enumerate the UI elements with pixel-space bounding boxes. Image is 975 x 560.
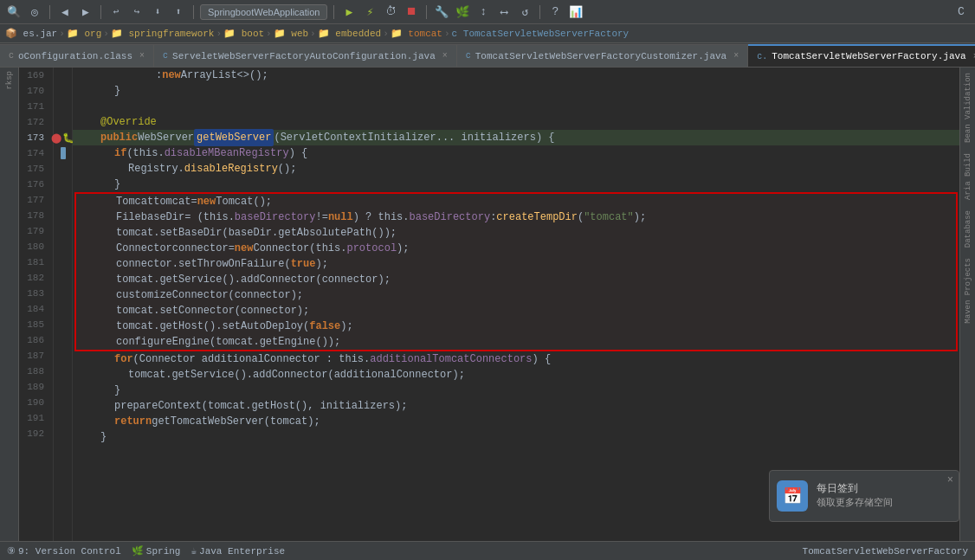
notification-icon: 📅: [777, 480, 808, 512]
toolbar-forward[interactable]: ▶: [77, 3, 94, 21]
tab-servlet[interactable]: c ServeletWebServerFactoryAutoConfigurat…: [154, 44, 457, 67]
code-line-188: tomcat.getService().addConnector(additio…: [73, 367, 959, 383]
notification-close[interactable]: ×: [947, 474, 953, 486]
code-line-178: File baseDir = (this.baseDirectory != nu…: [76, 209, 956, 225]
status-version-control[interactable]: ⑨ 9: Version Control: [7, 545, 121, 557]
red-box-selection: Tomcat tomcat = new Tomcat(); File baseD…: [74, 192, 958, 351]
breadcrumb-org[interactable]: 📁 org: [67, 28, 101, 39]
breadcrumb-springframework[interactable]: 📁 springframework: [111, 28, 215, 39]
code-line-170: }: [73, 83, 959, 99]
toolbar-icon-metrics[interactable]: 📊: [567, 3, 584, 21]
notification-title: 每日签到: [817, 482, 893, 497]
breadcrumb-tomcat[interactable]: 📁 tomcat: [391, 28, 442, 39]
java-icon: ☕: [190, 545, 197, 557]
toolbar-icon-redo[interactable]: ↪: [128, 3, 145, 21]
status-bar: ⑨ 9: Version Control 🌿 Spring ☕ Java Ent…: [0, 541, 975, 560]
toolbar-icon-profile[interactable]: ⏱: [382, 3, 399, 21]
code-line-174: if (this.disableMBeanRegistry) {: [73, 145, 959, 161]
code-line-169: : new ArrayList<>();: [73, 68, 959, 83]
aria-build-label[interactable]: Aria Build: [962, 148, 974, 205]
tab-close-servlet[interactable]: ×: [442, 51, 448, 61]
code-line-179: tomcat.setBaseDir(baseDir.getAbsolutePat…: [76, 225, 956, 241]
toolbar-icon-git2[interactable]: ↕: [475, 3, 492, 21]
tab-customizer[interactable]: c TomcatServletWebServerFactoryCustomize…: [457, 44, 748, 67]
code-line-181: connector.setThrowOnFailure(true);: [76, 256, 956, 272]
bean-validation-label[interactable]: Bean Validation: [962, 68, 974, 148]
code-line-176: }: [73, 177, 959, 192]
toolbar-icon-settings[interactable]: C: [952, 3, 970, 21]
toolbar-icon-down[interactable]: ⬇: [149, 3, 166, 21]
code-line-184: tomcat.setConnector(connector);: [76, 303, 956, 319]
code-line-180: Connector connector = new Connector(this…: [76, 241, 956, 256]
maven-projects-label[interactable]: Maven Projects: [962, 253, 974, 329]
code-line-183: customizeConnector(connector);: [76, 287, 956, 303]
toolbar-icon-help[interactable]: ?: [546, 3, 564, 21]
method-highlight-getwebserver: getWebServer: [194, 129, 274, 146]
breadcrumb: 📦 es.jar › 📁 org › 📁 springframework › 📁…: [0, 24, 975, 43]
notification-popup: 📅 每日签到 领取更多存储空间 ×: [769, 470, 959, 522]
code-line-190: prepareContext(tomcat.getHost(), initial…: [73, 398, 959, 414]
tab-close-customizer[interactable]: ×: [733, 51, 739, 61]
code-line-185: tomcat.getHost().setAutoDeploy(false);: [76, 319, 956, 334]
toolbar-back[interactable]: ◀: [56, 3, 74, 21]
toolbar-icon-debug[interactable]: ⚡: [361, 3, 378, 21]
code-line-187: for (Connector additionalConnector : thi…: [73, 351, 959, 367]
toolbar-icon-stop[interactable]: ⏹: [403, 3, 420, 21]
side-icons: rksp: [0, 68, 19, 541]
breadcrumb-jar[interactable]: 📦 es.jar: [5, 28, 57, 39]
breadcrumb-class[interactable]: c TomcatServletWebServerFactory: [452, 29, 630, 39]
side-icon-label: rksp: [5, 71, 14, 90]
toolbar-icon-search[interactable]: 🔍: [5, 3, 23, 21]
code-line-172: @Override: [73, 114, 959, 130]
toolbar-icon-build[interactable]: ▶: [340, 3, 358, 21]
code-line-173: public WebServer getWebServer (ServletCo…: [73, 130, 959, 145]
tab-icon-customizer: c: [466, 51, 471, 61]
status-java-enterprise[interactable]: ☕ Java Enterprise: [190, 545, 285, 557]
code-line-186: configureEngine(tomcat.getEngine());: [76, 334, 956, 350]
code-line-191: return getTomcatWebServer(tomcat);: [73, 414, 959, 429]
tab-icon-tomcat: c.: [757, 52, 767, 61]
code-line-182: tomcat.getService().addConnector(connect…: [76, 272, 956, 287]
database-label[interactable]: Database: [962, 205, 974, 253]
line-numbers: 169 170 171 172 173 174 175 176 177 178 …: [19, 68, 54, 541]
status-spring[interactable]: 🌿 Spring: [132, 545, 181, 557]
vc-icon: ⑨: [7, 545, 16, 557]
toolbar-icon-diff[interactable]: ⟷: [495, 3, 513, 21]
toolbar-icon-vcs[interactable]: 🔧: [433, 3, 450, 21]
toolbar: 🔍 ◎ ◀ ▶ ↩ ↪ ⬇ ⬆ SpringbootWebApplication…: [0, 0, 975, 24]
breadcrumb-embedded[interactable]: 📁 embedded: [318, 28, 381, 39]
code-line-177: Tomcat tomcat = new Tomcat();: [76, 194, 956, 209]
right-sidebar: Bean Validation Aria Build Database Mave…: [959, 68, 975, 541]
tab-icon-oconfiguration: c: [9, 51, 14, 61]
breadcrumb-boot[interactable]: 📁 boot: [223, 28, 264, 39]
status-class-name: TomcatServletWebServerFactory: [803, 546, 968, 557]
tab-tomcat-factory[interactable]: c. TomcatServletWebServerFactory.java ×: [748, 44, 975, 67]
toolbar-icon-up[interactable]: ⬆: [170, 3, 187, 21]
toolbar-icon-run[interactable]: ◎: [26, 3, 43, 21]
error-icon: ⬤: [51, 132, 61, 144]
toolbar-icon-revert[interactable]: ↺: [516, 3, 533, 21]
code-line-171: [73, 99, 959, 114]
bookmark-line174: [61, 147, 66, 159]
tabs-bar: c oConfiguration.class × c ServeletWebSe…: [0, 43, 975, 68]
code-line-192: }: [73, 429, 959, 445]
code-line-175: Registry.disableRegistry();: [73, 161, 959, 177]
tab-close-oconfiguration[interactable]: ×: [139, 51, 145, 61]
notification-subtitle: 领取更多存储空间: [817, 497, 893, 510]
code-line-189: }: [73, 383, 959, 398]
toolbar-icon-git[interactable]: 🌿: [454, 3, 471, 21]
spring-icon: 🌿: [132, 545, 144, 557]
toolbar-icon-undo[interactable]: ↩: [107, 3, 125, 21]
breadcrumb-web[interactable]: 📁 web: [274, 28, 308, 39]
tab-oconfiguration[interactable]: c oConfiguration.class ×: [0, 44, 154, 67]
notification-text: 每日签到 领取更多存储空间: [817, 482, 893, 510]
gutter: ⬤ 🐛: [54, 68, 73, 541]
project-selector[interactable]: SpringbootWebApplication: [200, 4, 327, 20]
tab-icon-servlet: c: [163, 51, 168, 61]
